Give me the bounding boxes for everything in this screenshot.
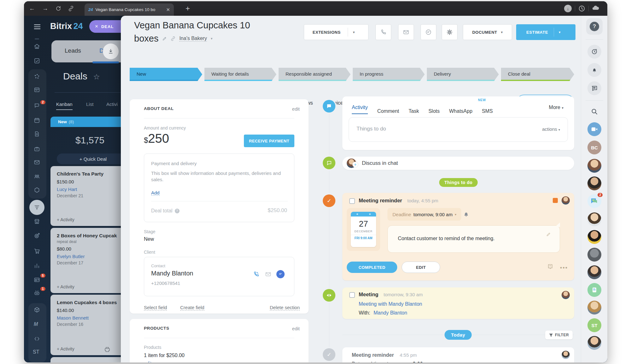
reminder-bell-icon[interactable] (463, 211, 469, 217)
stage-inprogress[interactable]: In progress (353, 68, 425, 81)
documents-icon[interactable] (34, 131, 40, 137)
deal-slider-pill[interactable]: × DEAL (89, 20, 121, 33)
contact-center-icon[interactable] (34, 277, 40, 283)
completed-button[interactable]: COMPLETED (347, 262, 397, 273)
new-tab-icon[interactable]: + (186, 1, 190, 16)
st-avatar[interactable]: ST (587, 318, 601, 332)
estimate-button[interactable]: ESTIMATE ▾ (516, 24, 575, 40)
marketing-icon[interactable] (34, 233, 40, 239)
menu-icon[interactable] (34, 24, 41, 30)
stage-delivery[interactable]: Delivery (427, 68, 499, 81)
filter-button[interactable]: FILTER (545, 331, 573, 339)
settings-button[interactable] (442, 24, 457, 40)
home-icon[interactable] (34, 43, 40, 49)
analytics-icon[interactable] (34, 263, 40, 269)
sales-icon[interactable] (34, 248, 40, 254)
call-button[interactable] (375, 24, 391, 40)
discuss-chat-bar[interactable]: + Discuss in chat (342, 157, 574, 170)
chat-transfer-button[interactable] (587, 81, 601, 95)
forward-icon[interactable]: → (42, 1, 48, 16)
contact-chat-icon[interactable] (276, 270, 285, 278)
view-tab-kanban[interactable]: Kanban (56, 101, 73, 110)
stage-new[interactable]: New (130, 68, 202, 81)
email-button[interactable] (398, 24, 414, 40)
kanban-column-header[interactable]: New (8) (50, 117, 121, 127)
timer-button[interactable] (587, 45, 601, 59)
products-edit-link[interactable]: edit (292, 326, 300, 331)
reminder-note-icon[interactable] (547, 263, 553, 270)
edit-title-icon[interactable] (162, 36, 167, 41)
help-button[interactable]: ? (586, 18, 603, 35)
today-badge[interactable]: Today (445, 330, 472, 340)
create-field-link[interactable]: Create field (180, 305, 204, 310)
calendar-icon[interactable] (34, 117, 40, 124)
back-icon[interactable]: ← (29, 1, 35, 16)
tab-leads[interactable]: Leads (65, 47, 81, 54)
payment-add-link[interactable]: Add (151, 190, 160, 196)
avatar[interactable] (587, 301, 601, 315)
todo-actions[interactable]: actions ▾ (542, 126, 560, 132)
select-field-link[interactable]: Select field (144, 305, 167, 310)
copilot-icon[interactable] (34, 290, 40, 296)
activity-tab-comment[interactable]: Comment (377, 108, 399, 114)
view-tab-list[interactable]: List (86, 101, 93, 107)
contact-phone[interactable]: +1200678541 (151, 280, 180, 286)
about-edit-link[interactable]: edit (292, 106, 300, 112)
stage-close[interactable]: Close deal (501, 68, 574, 81)
activity-tab-sms[interactable]: SMS (482, 108, 493, 114)
close-icon[interactable]: × (95, 23, 98, 30)
messenger-icon[interactable] (34, 102, 40, 109)
st-rail-initials[interactable]: ST (33, 349, 39, 355)
company-name[interactable]: Ina's Bakery (179, 36, 207, 42)
amount-value[interactable]: $250 (144, 131, 169, 146)
view-tab-activity[interactable]: Activi (106, 101, 118, 107)
filter-icon[interactable] (34, 204, 40, 211)
market-icon[interactable]: M (34, 321, 40, 328)
kanban-card[interactable]: Chocolate cake (50, 357, 121, 362)
feed-icon[interactable] (34, 87, 40, 93)
contact-call-icon[interactable] (253, 271, 259, 277)
notifications-button[interactable] (587, 63, 601, 77)
activity-more[interactable]: More ▾ (549, 105, 563, 110)
avatar[interactable] (587, 176, 601, 190)
receive-payment-button[interactable]: RECEIVE PAYMENT (244, 135, 294, 147)
cloud-icon[interactable] (592, 4, 599, 13)
extensions-button[interactable]: EXTENSIONS ▾ (304, 24, 369, 40)
avatar[interactable] (587, 265, 601, 279)
chat-button[interactable] (421, 24, 436, 40)
people-icon[interactable] (34, 173, 40, 180)
kanban-card[interactable]: 2 Boxes of Honey Cupcak repeat deal $80.… (50, 228, 121, 293)
tasks-icon[interactable] (34, 58, 40, 64)
drive-icon[interactable] (34, 146, 40, 152)
meeting-link[interactable]: Meeting with Mandy Blanton (359, 301, 422, 307)
stage-value[interactable]: New (144, 236, 154, 242)
estimate-caret-icon[interactable]: ▾ (554, 30, 565, 34)
activity-tab-slots[interactable]: Slots (428, 108, 440, 114)
document-chat-avatar[interactable] (587, 283, 601, 297)
company-caret-icon[interactable]: ▾ (211, 37, 213, 41)
activity-tab-activity[interactable]: Activity (352, 105, 368, 114)
stage-waiting[interactable]: Waiting for details (204, 68, 276, 81)
edit-button[interactable]: EDIT (402, 262, 440, 273)
extensions-caret-icon[interactable]: ▾ (348, 30, 360, 34)
deadline-pill[interactable]: Deadline tomorrow, 9:00 am ▾ (387, 208, 461, 221)
meeting-with-link[interactable]: Mandy Blanton (374, 310, 407, 315)
quick-deal-button[interactable]: + Quick Deal (57, 153, 121, 164)
document-button[interactable]: DOCUMENT ▾ (463, 24, 512, 40)
avatar[interactable] (587, 230, 601, 244)
avatar[interactable] (587, 212, 601, 226)
history-icon[interactable] (578, 5, 585, 12)
products-edit-inline[interactable]: edit (144, 361, 151, 362)
add-participant-icon[interactable]: + (352, 162, 358, 167)
bitrix-logo[interactable]: Bitrix 24 (50, 21, 83, 31)
favorite-star-icon[interactable]: ☆ (93, 72, 100, 81)
kanban-card[interactable]: Lemon Cupcakes 4 boxes $140.00 Mason Ben… (50, 295, 121, 355)
reload-icon[interactable] (56, 6, 61, 11)
chat-notification-avatar[interactable]: 2 (587, 194, 601, 208)
reminder-more-icon[interactable]: ••• (560, 265, 568, 271)
meeting-checkbox[interactable] (349, 292, 355, 298)
link-icon[interactable] (68, 6, 74, 11)
print-icon[interactable] (104, 346, 110, 353)
browser-tab[interactable]: 24 Vegan Banana Cupcakes 10 bo ✕ (85, 3, 174, 16)
note-edit-icon[interactable] (546, 232, 551, 237)
